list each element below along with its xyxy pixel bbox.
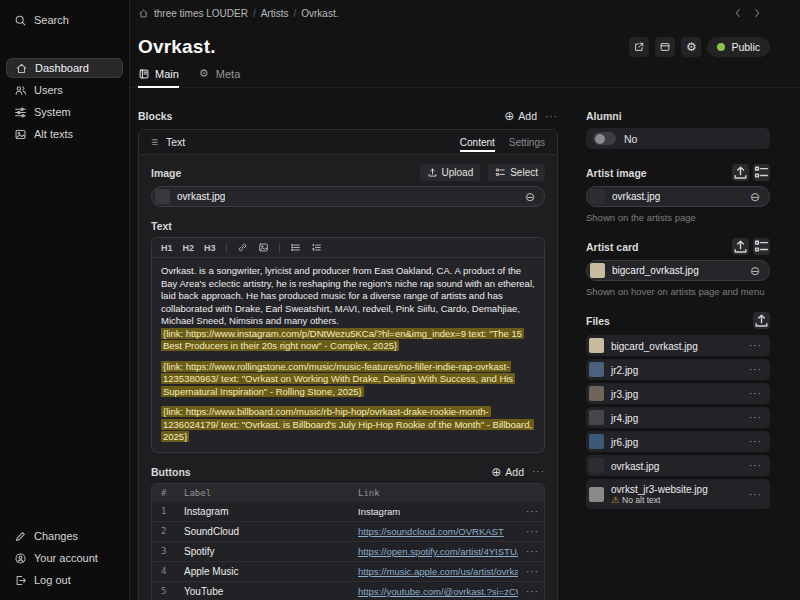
link-highlight: {link: https://www.billboard.com/music/r… [161, 406, 534, 442]
drag-handle-icon[interactable]: ≡ [151, 135, 158, 149]
status-label: Public [731, 41, 760, 53]
file-thumbnail [589, 338, 604, 353]
file-menu-button[interactable]: ··· [749, 340, 762, 351]
row-link[interactable]: https://open.spotify.com/artist/4YISTUJn… [350, 542, 518, 561]
file-name: ovrkst_jr3-website.jpg [611, 484, 708, 495]
file-menu-button[interactable]: ··· [749, 436, 762, 447]
row-link[interactable]: https://youtube.com/@ovrkast.?si=zCW4ge… [350, 582, 518, 600]
artist-card-file-row[interactable]: bigcard_ovrkast.jpg ⊖ [586, 260, 770, 281]
plus-circle-icon: ⊕ [491, 466, 501, 478]
tab-main[interactable]: Main [138, 68, 179, 87]
buttons-table-header: # Label Link [152, 484, 544, 502]
table-row[interactable]: 1 Instagram Instagram ··· [152, 502, 544, 521]
file-list-item[interactable]: jr3.jpg ··· [586, 383, 770, 404]
file-thumbnail [589, 362, 604, 377]
sidebar-item-users[interactable]: Users [6, 80, 123, 100]
file-list-item[interactable]: jr4.jpg ··· [586, 407, 770, 428]
blocks-add-button[interactable]: ⊕ Add [504, 110, 537, 122]
editor-content[interactable]: Ovrkast. is a songwriter, lyricist and p… [152, 258, 544, 452]
table-row[interactable]: 3 Spotify https://open.spotify.com/artis… [152, 541, 544, 561]
open-live-preview-button[interactable] [629, 37, 649, 57]
image-file-row[interactable]: ovrkast.jpg ⊖ [151, 186, 545, 207]
page-title: Ovrkast. [138, 36, 216, 58]
file-menu-button[interactable]: ··· [749, 460, 762, 471]
gear-icon: ⚙ [199, 68, 211, 80]
artist-image-file-row[interactable]: ovrkast.jpg ⊖ [586, 186, 770, 207]
remove-file-icon[interactable]: ⊖ [750, 191, 760, 203]
sidebar-item-alt-texts[interactable]: Alt texts [6, 124, 123, 144]
sidebar-item-your-account[interactable]: Your account [6, 548, 123, 568]
image-select-label: Select [510, 167, 538, 178]
row-link[interactable]: https://soundcloud.com/OVRKAST [350, 522, 518, 541]
file-thumbnail [590, 263, 605, 278]
file-menu-button[interactable]: ··· [749, 364, 762, 375]
sidebar: Search Dashboard Users System Alt texts [0, 0, 130, 600]
remove-file-icon[interactable]: ⊖ [750, 265, 760, 277]
file-menu-button[interactable]: ··· [749, 412, 762, 423]
file-menu-button[interactable]: ··· [749, 388, 762, 399]
upload-icon[interactable] [732, 238, 749, 255]
sidebar-item-changes[interactable]: Changes [6, 526, 123, 546]
tab-meta[interactable]: ⚙ Meta [199, 68, 240, 87]
image-upload-button[interactable]: Upload [420, 164, 481, 181]
select-list-icon[interactable] [753, 164, 770, 181]
bullet-list-icon[interactable] [290, 242, 301, 253]
file-list-item[interactable]: bigcard_ovrkast.jpg ··· [586, 335, 770, 356]
card-view-button[interactable] [655, 37, 675, 57]
insert-image-icon[interactable] [258, 242, 269, 253]
row-link[interactable]: Instagram [350, 502, 518, 521]
block-tab-content[interactable]: Content [460, 132, 495, 152]
sidebar-item-log-out[interactable]: Log out [6, 570, 123, 590]
block-tab-settings[interactable]: Settings [509, 132, 545, 152]
file-list-item[interactable]: ovrkst_jr3-website.jpg ⚠ No alt text ··· [586, 479, 770, 509]
row-menu-button[interactable]: ··· [518, 582, 544, 600]
link-icon[interactable] [237, 242, 248, 253]
table-row[interactable]: 5 YouTube https://youtube.com/@ovrkast.?… [152, 581, 544, 600]
row-link[interactable]: https://music.apple.com/us/artist/ovrkas… [350, 562, 518, 581]
row-label: Spotify [176, 542, 350, 561]
file-list-item[interactable]: ovrkast.jpg ··· [586, 455, 770, 476]
row-menu-button[interactable]: ··· [518, 522, 544, 541]
file-menu-button[interactable]: ··· [749, 489, 762, 500]
sidebar-item-dashboard[interactable]: Dashboard [6, 58, 123, 78]
column-actions [518, 489, 544, 497]
table-row[interactable]: 2 SoundCloud https://soundcloud.com/OVRK… [152, 521, 544, 541]
status-badge[interactable]: Public [707, 37, 770, 57]
heading1-button[interactable]: H1 [161, 243, 173, 253]
table-row[interactable]: 4 Apple Music https://music.apple.com/us… [152, 561, 544, 581]
breadcrumb-artists[interactable]: Artists [261, 8, 289, 19]
buttons-menu-button[interactable]: ··· [532, 466, 545, 477]
heading2-button[interactable]: H2 [183, 243, 195, 253]
numbered-list-icon[interactable] [311, 242, 322, 253]
sidebar-item-system[interactable]: System [6, 102, 123, 122]
heading3-button[interactable]: H3 [204, 243, 216, 253]
upload-icon[interactable] [753, 312, 770, 329]
breadcrumb-root[interactable]: three times LOUDER [154, 8, 248, 19]
breadcrumb-home-icon[interactable] [138, 8, 149, 19]
row-menu-button[interactable]: ··· [518, 502, 544, 521]
file-name: jr3.jpg [611, 389, 638, 400]
select-list-icon[interactable] [753, 238, 770, 255]
sidebar-item-label: Your account [34, 552, 98, 564]
settings-gear-button[interactable]: ⚙ [681, 37, 701, 57]
blocks-menu-button[interactable]: ··· [545, 111, 558, 122]
remove-file-icon[interactable]: ⊖ [525, 191, 535, 203]
nav-forward-icon[interactable] [750, 6, 764, 20]
file-thumbnail [589, 458, 604, 473]
alumni-toggle-row[interactable]: No [586, 128, 770, 149]
image-select-button[interactable]: Select [488, 164, 545, 181]
pencil-icon [14, 530, 27, 543]
toggle-switch[interactable] [593, 132, 616, 145]
buttons-field-label: Buttons [151, 466, 191, 478]
file-list-item[interactable]: jr6.jpg ··· [586, 431, 770, 452]
buttons-add-button[interactable]: ⊕ Add [491, 466, 524, 478]
file-list-item[interactable]: jr2.jpg ··· [586, 359, 770, 380]
row-menu-button[interactable]: ··· [518, 562, 544, 581]
alumni-value: No [624, 133, 637, 145]
sidebar-search[interactable]: Search [6, 10, 123, 30]
upload-icon[interactable] [732, 164, 749, 181]
text-field-label: Text [151, 220, 172, 232]
nav-back-icon[interactable] [731, 6, 745, 20]
files-list: bigcard_ovrkast.jpg ··· jr2.jpg [586, 335, 770, 509]
row-menu-button[interactable]: ··· [518, 542, 544, 561]
